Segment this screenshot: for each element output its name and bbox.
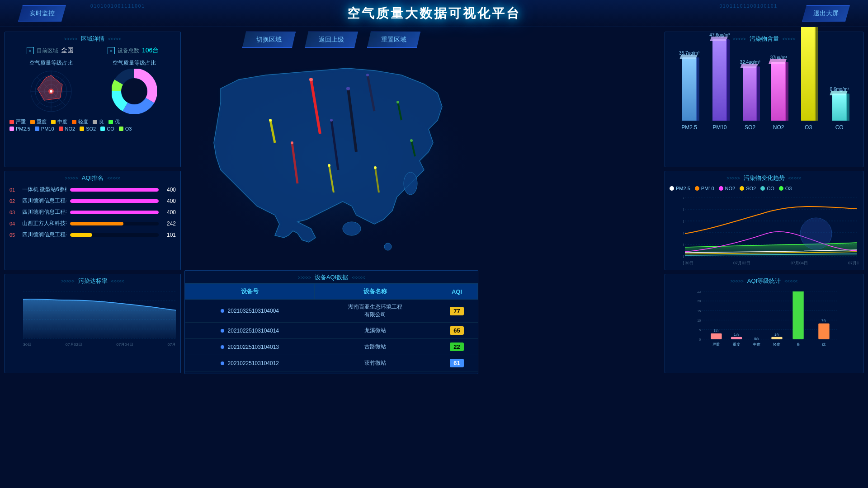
bar-pm25: 35.7ug/m³ PM2.5 [679, 51, 699, 131]
page-title: 空气质量大数据可视化平台 [347, 5, 521, 22]
legend-good: 良 [93, 118, 104, 125]
device-panel-title: 设备AQI数据 [185, 271, 478, 283]
svg-text:100: 100 [683, 231, 684, 235]
svg-text:07月02日: 07月02日 [733, 261, 750, 265]
svg-text:06月30日: 06月30日 [23, 342, 31, 346]
legend-no2-trend: NO2 [719, 186, 736, 191]
switch-region-button[interactable]: 切换区域 [242, 32, 296, 48]
aqi-rows: 01 一体机 微型站6参样机 400 02 四川德润信息工程有限公司 400 0… [5, 184, 180, 240]
device-dot [221, 361, 224, 365]
trend-panel: 污染物变化趋势 PM2.5 PM10 NO2 SO2 CO O3 [665, 171, 863, 270]
col-device-name: 设备名称 [315, 284, 436, 300]
map-buttons: 切换区域 返回上级 重置区域 [184, 32, 478, 48]
svg-text:优: 优 [822, 343, 826, 347]
svg-point-56 [374, 166, 377, 169]
svg-rect-89 [731, 337, 742, 339]
legend-pm25-trend: PM2.5 [670, 186, 690, 191]
legend1: 严重 重度 中度 轻度 良 优 [5, 118, 180, 126]
svg-text:0台: 0台 [754, 337, 759, 341]
device-count-item: ≡ 设备总数 106台 [108, 47, 159, 55]
chart2-svg [112, 69, 157, 114]
china-map-svg [184, 52, 478, 260]
svg-text:150: 150 [683, 219, 684, 224]
svg-text:50: 50 [683, 243, 684, 247]
pollution-rate-chart: 0台 5台 10台 15台 20台 25台 06月30日 07月02日 07月0… [5, 287, 180, 364]
monitor-button[interactable]: 实时监控 [18, 5, 66, 22]
svg-point-35 [343, 222, 361, 235]
svg-text:0: 0 [699, 338, 701, 342]
aqi-value-badge: 61 [450, 359, 463, 367]
bar-so2: 32.4ug/m³ SO2 [740, 60, 760, 131]
device-dot [221, 309, 224, 313]
bar-o3: 187.2ug/m³ O3 [797, 14, 820, 131]
bar-no2: 37ug/m³ NO2 [770, 55, 787, 131]
aqi-list-item: 05 四川德润信息工程有限公司 101 [5, 229, 180, 240]
svg-text:良: 良 [797, 343, 800, 347]
exit-button[interactable]: 退出大屏 [802, 5, 850, 22]
aqi-panel-title: AQI排名 [5, 171, 180, 184]
aqi-stat-svg: 25 20 15 10 5 0 3台 严重 1台 重度 0台 中度 1台 轻度 … [674, 291, 854, 350]
device-table-row: 20210225103104014 龙溪微站 65 [185, 323, 478, 339]
aqi-stat-chart: 25 20 15 10 5 0 3台 严重 1台 重度 0台 中度 1台 轻度 … [665, 287, 863, 364]
svg-point-69 [800, 218, 832, 249]
svg-text:07月04日: 07月04日 [116, 342, 133, 346]
device-table-row: 20210325103104004 湖南百亚生态环境工程有限公司 77 [185, 300, 478, 323]
svg-text:20: 20 [697, 299, 701, 303]
svg-rect-100 [818, 324, 829, 339]
region-icon: ≡ [27, 47, 34, 54]
device-dot [221, 345, 224, 349]
svg-point-38 [309, 78, 313, 81]
trend-chart: 0 50 100 150 200 250 [665, 193, 863, 279]
svg-text:1台: 1台 [774, 333, 779, 337]
svg-text:0: 0 [683, 254, 684, 259]
region-panel-title: 区域详情 [5, 32, 180, 45]
svg-point-54 [330, 119, 333, 122]
legend2: PM2.5 PM10 NO2 SO2 CO O3 [5, 126, 180, 132]
svg-text:200: 200 [683, 207, 684, 212]
svg-text:25: 25 [697, 291, 701, 294]
aqi-list-item: 02 四川德润信息工程有限公司 400 [5, 195, 180, 206]
aqi-stat-title: AQI等级统计 [665, 274, 863, 287]
legend-pm25: PM2.5 [9, 126, 30, 131]
svg-text:中度: 中度 [753, 343, 760, 347]
chart1-svg [28, 69, 74, 114]
svg-rect-97 [793, 291, 803, 339]
aqi-stat-panel: AQI等级统计 25 20 15 10 5 0 3台 严重 1台 重度 [665, 274, 863, 373]
chart2-section: 空气质量等级占比 [112, 59, 157, 116]
legend-no2: NO2 [59, 126, 75, 131]
region-charts: 空气质量等级占比 空气质量等级占比 [5, 56, 180, 118]
aqi-list-item: 01 一体机 微型站6参样机 400 [5, 184, 180, 195]
svg-point-40 [366, 74, 369, 76]
device-aqi-panel: 设备AQI数据 设备号 设备名称 AQI 20210325103104004 湖… [184, 270, 478, 374]
device-table-body: 20210325103104004 湖南百亚生态环境工程有限公司 77 2021… [185, 300, 478, 371]
legend-o3-trend: O3 [779, 186, 792, 191]
aqi-list-item: 03 四川德润信息工程有限公司 400 [5, 206, 180, 218]
aqi-list-item: 04 山西正方人和科技有限公司-科场南门 242 [5, 218, 180, 229]
svg-text:250: 250 [683, 197, 684, 200]
svg-rect-86 [711, 333, 722, 339]
pollutant-bar-chart: 35.7ug/m³ PM2.5 47.6ug/m³ PM10 32.4ug/m³ [665, 45, 863, 144]
svg-text:重度: 重度 [733, 343, 740, 347]
legend-light: 轻度 [72, 118, 88, 125]
device-dot [221, 329, 224, 333]
reset-region-button[interactable]: 重置区域 [367, 32, 420, 48]
svg-text:5: 5 [699, 328, 701, 332]
svg-point-16 [122, 79, 147, 104]
digital-bar-left: 0101001001111001 [90, 4, 145, 9]
pollution-rate-title: 污染达标率 [5, 274, 180, 287]
current-region-item: ≡ 目前区域 全国 [27, 47, 74, 55]
legend-o3: O3 [119, 126, 132, 131]
col-aqi: AQI [436, 284, 478, 300]
svg-text:严重: 严重 [712, 343, 720, 347]
svg-text:10: 10 [697, 319, 701, 323]
svg-text:3台: 3台 [714, 328, 719, 333]
trend-panel-title: 污染物变化趋势 [665, 171, 863, 184]
back-button[interactable]: 返回上级 [305, 32, 358, 48]
china-map-container [184, 52, 478, 260]
svg-point-50 [291, 141, 293, 144]
pollution-rate-panel: 污染达标率 0台 5台 10台 15台 20台 25台 [5, 274, 181, 373]
trend-svg: 0 50 100 150 200 250 [683, 197, 859, 265]
col-device-id: 设备号 [185, 284, 315, 300]
svg-text:07月04日: 07月04日 [791, 261, 808, 265]
device-icon: ≡ [108, 47, 115, 54]
